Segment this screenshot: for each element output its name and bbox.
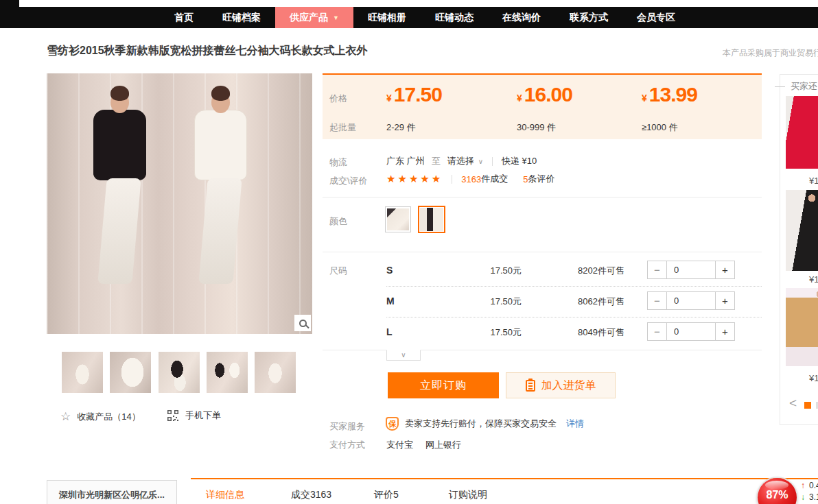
express-fee: 快递 ¥10 [502, 155, 537, 167]
company-name: 深圳市光明新区公明亿乐... [59, 489, 165, 501]
chevron-down-icon[interactable]: ∨ [478, 158, 483, 165]
shield-badge-icon: 保 [386, 417, 399, 431]
logistics-to: 至 [432, 155, 441, 167]
size-price-s: 17.50元 [467, 265, 522, 277]
divider [323, 197, 762, 197]
quantity-input-m[interactable] [667, 291, 715, 310]
image-figure-black-top [86, 92, 153, 321]
minus-button[interactable]: − [647, 291, 667, 310]
gallery-thumbnail-1[interactable] [62, 352, 103, 393]
nav-item-album[interactable]: 旺铺相册 [353, 7, 421, 28]
size-name-s: S [386, 265, 393, 276]
destination-select[interactable]: 请选择 [447, 155, 474, 167]
related-price-3: ¥1 [809, 373, 818, 383]
size-stock-m: 8062件可售 [556, 296, 624, 308]
minus-button[interactable]: − [647, 322, 667, 341]
price-tier-3: ¥13.99 [642, 83, 697, 106]
size-stock-l: 8049件可售 [556, 326, 624, 339]
tier-price: 16.00 [524, 83, 572, 106]
favorite-label: 收藏产品（14） [77, 411, 140, 423]
star-outline-icon: ☆ [60, 409, 71, 424]
pagination-dot-active[interactable] [804, 402, 811, 409]
gallery-thumbnail-4[interactable] [207, 352, 248, 393]
quantity-input-l[interactable] [667, 322, 715, 341]
gallery-thumbnail-2[interactable] [110, 352, 151, 393]
price-panel: 价格 起批量 ¥17.50 ¥16.00 ¥13.99 2-29 件 30-99… [323, 73, 762, 139]
related-product-2[interactable] [786, 190, 818, 271]
review-suffix[interactable]: 条评价 [528, 173, 554, 185]
quantity-stepper-s: − + [647, 261, 735, 279]
nav-item-inquiry[interactable]: 在线询价 [488, 7, 555, 28]
moq-label: 起批量 [329, 121, 356, 134]
deal-count[interactable]: 3163 [461, 174, 481, 184]
plus-button[interactable]: + [715, 322, 735, 341]
price-label: 价格 [329, 93, 347, 105]
order-now-button[interactable]: 立即订购 [388, 372, 499, 398]
color-swatch-2-selected[interactable] [418, 206, 445, 233]
nav-item-shop-profile[interactable]: 旺铺档案 [208, 7, 275, 28]
currency-symbol: ¥ [517, 93, 522, 104]
quantity-input-s[interactable] [667, 261, 715, 279]
review-count[interactable]: 5 [523, 174, 528, 184]
star-rating-icons: ★★★★★ [386, 173, 443, 185]
expand-sizes-button[interactable]: ∨ [386, 350, 421, 361]
mobile-order-button[interactable]: 手机下单 [167, 409, 221, 422]
related-title-label: 买家还 [791, 80, 817, 93]
divider [775, 86, 785, 87]
nav-item-contact[interactable]: 联系方式 [555, 7, 622, 28]
price-tier-2: ¥16.00 [517, 83, 572, 106]
gallery-thumbnail-3[interactable] [159, 352, 200, 393]
feedback-label: 成交\评价 [329, 175, 368, 187]
tier-qty-2: 30-999 件 [517, 121, 556, 134]
tab-deals[interactable]: 成交3163 [291, 489, 331, 501]
size-price-m: 17.50元 [467, 296, 522, 308]
add-to-cart-button[interactable]: 加入进货单 [506, 372, 616, 398]
nav-item-home[interactable]: 首页 [160, 7, 208, 28]
service-text: 卖家支持先行赔付，保障买家交易安全 [405, 418, 557, 430]
plus-button[interactable]: + [715, 291, 735, 310]
company-card[interactable]: 深圳市光明新区公明亿乐... [47, 480, 177, 504]
related-price-1: ¥1 [809, 176, 818, 186]
related-product-3[interactable] [786, 288, 818, 366]
tab-order-notes[interactable]: 订购说明 [449, 489, 487, 501]
currency-symbol: ¥ [642, 93, 647, 104]
minus-button[interactable]: − [647, 261, 667, 279]
tier-qty-3: ≥1000 件 [642, 121, 678, 134]
product-main-image[interactable] [47, 73, 312, 334]
top-nav: 首页 旺铺档案 供应产品▼ 旺铺相册 旺铺动态 在线询价 联系方式 会员专区 [160, 7, 690, 28]
nav-label: 旺铺档案 [222, 12, 261, 24]
logistics-row: 广东 广州 至 请选择 ∨ 快递 ¥10 [386, 155, 537, 167]
size-label: 尺码 [329, 265, 347, 277]
nav-item-products[interactable]: 供应产品▼ [275, 7, 353, 28]
related-product-1[interactable] [786, 96, 818, 169]
payment-alipay: 支付宝 [386, 439, 413, 451]
swatch-image [420, 208, 443, 231]
feedback-row: ★★★★★ 3163 件成交 5 条评价 [386, 173, 554, 185]
quantity-stepper-l: − + [647, 322, 735, 341]
magnifier-icon [299, 320, 307, 327]
logistics-label: 物流 [329, 156, 347, 169]
rating-trend: ↑ 0.4 ↓ 3.1 [801, 479, 818, 503]
magnifier-button[interactable] [294, 315, 311, 331]
gallery-thumbnail-5[interactable] [255, 352, 296, 393]
tab-reviews[interactable]: 评价5 [374, 489, 399, 501]
color-swatch-1[interactable] [385, 206, 411, 232]
nav-item-member[interactable]: 会员专区 [622, 7, 690, 28]
tier-price: 13.99 [649, 83, 697, 106]
service-label: 买家服务 [329, 420, 365, 433]
seller-rating-badge[interactable]: 87% [758, 478, 797, 504]
service-detail-link[interactable]: 详情 [566, 418, 584, 430]
favorite-product-button[interactable]: ☆ 收藏产品（14） [60, 409, 141, 424]
payment-label: 支付方式 [329, 439, 365, 451]
related-price-2: ¥1 [809, 274, 818, 285]
deal-suffix[interactable]: 件成交 [481, 173, 508, 185]
mobile-order-label: 手机下单 [185, 409, 221, 422]
divider [386, 286, 762, 287]
payment-bank: 网上银行 [425, 439, 461, 451]
size-name-l: L [386, 326, 393, 337]
chevron-left-icon[interactable]: < [789, 396, 797, 411]
nav-item-news[interactable]: 旺铺动态 [421, 7, 488, 28]
tab-detail-info[interactable]: 详细信息 [206, 489, 244, 501]
plus-button[interactable]: + [715, 261, 735, 279]
color-label: 颜色 [329, 215, 347, 228]
